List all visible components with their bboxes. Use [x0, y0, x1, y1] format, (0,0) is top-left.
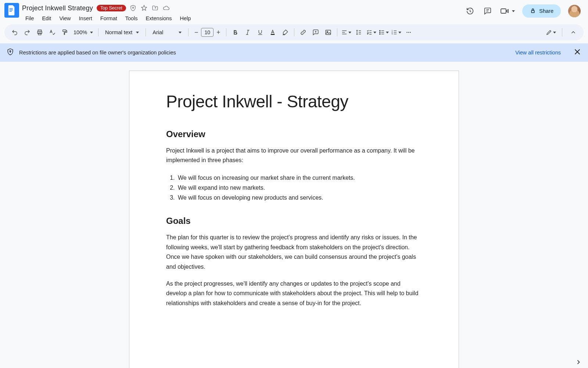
- svg-text:3: 3: [392, 33, 393, 35]
- chevron-down-icon: [90, 32, 93, 33]
- close-banner-icon[interactable]: [573, 48, 581, 57]
- list-item[interactable]: We will focus on increasing our market s…: [176, 173, 422, 183]
- svg-rect-11: [63, 30, 66, 32]
- chevron-down-icon: [386, 32, 389, 33]
- bold-icon[interactable]: [229, 26, 241, 38]
- chevron-down-icon: [553, 32, 556, 33]
- chevron-down-icon: [348, 32, 351, 33]
- document-page[interactable]: Project Inkwell - Strategy Overview Proj…: [129, 71, 459, 368]
- star-icon[interactable]: [141, 5, 147, 11]
- share-label: Share: [539, 8, 553, 14]
- comments-icon[interactable]: [483, 6, 493, 16]
- svg-rect-16: [271, 34, 275, 35]
- document-title[interactable]: Project Inkwell Strategy: [22, 4, 93, 12]
- svg-point-44: [410, 32, 411, 33]
- doc-paragraph-goals-2[interactable]: As the project progresses, we'll identif…: [166, 279, 422, 308]
- view-restrictions-link[interactable]: View all restrictions: [515, 50, 561, 56]
- privacy-icon[interactable]: [130, 5, 136, 11]
- more-options-icon[interactable]: [403, 26, 415, 38]
- text-color-icon[interactable]: [267, 26, 279, 38]
- spellcheck-icon[interactable]: [46, 26, 58, 38]
- chevron-down-icon: [512, 10, 515, 12]
- font-size-input[interactable]: 10: [201, 28, 214, 37]
- chevron-down-icon: [398, 32, 401, 33]
- paint-format-icon[interactable]: [59, 26, 71, 38]
- list-item[interactable]: We will expand into new markets.: [176, 183, 422, 193]
- doc-heading-goals[interactable]: Goals: [166, 216, 422, 226]
- svg-rect-10: [38, 33, 41, 35]
- cloud-status-icon[interactable]: [163, 5, 169, 11]
- doc-phase-list[interactable]: We will focus on increasing our market s…: [166, 173, 422, 203]
- italic-icon[interactable]: [242, 26, 254, 38]
- shield-icon: [7, 48, 14, 57]
- svg-point-30: [380, 30, 380, 31]
- zoom-select[interactable]: 100%: [71, 29, 95, 35]
- font-size-control: − 10 +: [191, 28, 223, 37]
- formatting-toolbar: 100% Normal text Arial − 10 +: [4, 24, 584, 40]
- share-button[interactable]: Share: [522, 4, 561, 18]
- document-canvas[interactable]: Project Inkwell - Strategy Overview Proj…: [0, 62, 588, 368]
- align-icon[interactable]: [340, 26, 352, 38]
- menu-help[interactable]: Help: [177, 14, 194, 23]
- add-comment-icon[interactable]: [310, 26, 322, 38]
- highlight-icon[interactable]: [279, 26, 291, 38]
- svg-rect-2: [10, 11, 12, 12]
- svg-rect-1: [10, 10, 13, 10]
- zoom-value: 100%: [74, 29, 87, 35]
- meet-button[interactable]: [500, 7, 515, 15]
- menu-file[interactable]: File: [22, 14, 37, 23]
- print-icon[interactable]: [34, 26, 46, 38]
- insert-link-icon[interactable]: [297, 26, 309, 38]
- move-icon[interactable]: [152, 5, 158, 11]
- svg-point-42: [406, 32, 408, 33]
- increase-font-size[interactable]: +: [214, 28, 223, 37]
- banner-message: Restrictions are applied based on file o…: [19, 50, 510, 56]
- menu-tools[interactable]: Tools: [122, 14, 141, 23]
- svg-rect-7: [532, 11, 535, 13]
- history-icon[interactable]: [465, 6, 475, 16]
- font-value: Arial: [153, 29, 163, 35]
- editing-mode-icon[interactable]: [545, 26, 557, 38]
- line-spacing-icon[interactable]: [353, 26, 365, 38]
- header-actions: Share: [465, 3, 584, 18]
- menu-insert[interactable]: Insert: [76, 14, 96, 23]
- underline-icon[interactable]: [254, 26, 266, 38]
- list-item[interactable]: We will focus on developing new products…: [176, 193, 422, 203]
- checklist-icon[interactable]: [365, 26, 377, 38]
- font-select[interactable]: Arial: [149, 29, 185, 35]
- menu-view[interactable]: View: [56, 14, 74, 23]
- svg-line-14: [247, 30, 248, 35]
- doc-heading-overview[interactable]: Overview: [166, 129, 422, 139]
- menu-format[interactable]: Format: [97, 14, 121, 23]
- insert-image-icon[interactable]: [322, 26, 334, 38]
- collapse-toolbar-icon[interactable]: [567, 26, 579, 38]
- redo-icon[interactable]: [21, 26, 33, 38]
- undo-icon[interactable]: [9, 26, 21, 38]
- doc-paragraph-goals-1[interactable]: The plan for this quarter is to review t…: [166, 233, 422, 272]
- numbered-list-icon[interactable]: 123: [390, 26, 402, 38]
- docs-app-icon[interactable]: [4, 3, 19, 18]
- doc-title-heading[interactable]: Project Inkwell - Strategy: [166, 92, 422, 111]
- svg-point-45: [10, 51, 11, 52]
- decrease-font-size[interactable]: −: [191, 28, 201, 37]
- app-header: Project Inkwell Strategy Top Secret File…: [0, 0, 588, 23]
- doc-paragraph-overview[interactable]: Project Inkwell is a project that aims t…: [166, 146, 422, 165]
- svg-rect-0: [10, 8, 13, 9]
- chevron-down-icon: [136, 32, 139, 33]
- chevron-down-icon: [373, 32, 376, 33]
- explore-icon[interactable]: [573, 356, 584, 368]
- svg-point-3: [132, 7, 133, 8]
- chevron-down-icon: [179, 32, 182, 33]
- menu-extensions[interactable]: Extensions: [143, 14, 175, 23]
- svg-rect-6: [501, 9, 506, 13]
- bulleted-list-icon[interactable]: [378, 26, 390, 38]
- account-avatar[interactable]: [568, 5, 581, 17]
- svg-rect-19: [326, 30, 331, 35]
- svg-point-32: [380, 33, 380, 34]
- paragraph-style-select[interactable]: Normal text: [101, 29, 143, 35]
- svg-point-31: [380, 32, 380, 33]
- restrictions-banner: Restrictions are applied based on file o…: [0, 43, 588, 62]
- menu-edit[interactable]: Edit: [39, 14, 54, 23]
- paragraph-style-value: Normal text: [105, 29, 132, 35]
- classification-badge: Top Secret: [97, 5, 126, 11]
